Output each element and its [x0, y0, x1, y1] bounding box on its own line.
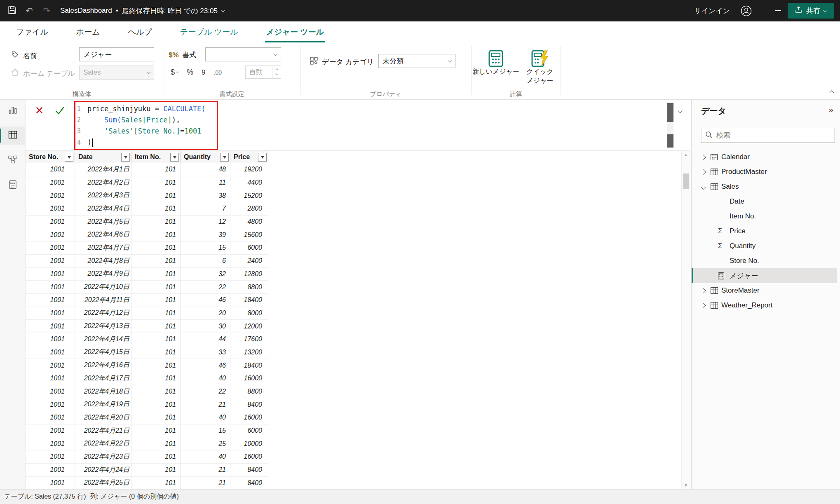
table-cell[interactable]: 8400 [230, 477, 268, 490]
column-header-item-no[interactable]: Item No. [131, 151, 181, 163]
table-cell[interactable]: 8800 [230, 281, 268, 294]
table-cell[interactable]: 2022年4月20日 [75, 411, 131, 424]
table-cell[interactable]: 2022年4月22日 [75, 437, 131, 450]
table-cell[interactable]: 8400 [230, 464, 268, 477]
table-cell[interactable]: 1001 [26, 228, 75, 241]
scrollbar-thumb[interactable] [683, 173, 689, 189]
table-cell[interactable]: 38 [181, 189, 230, 202]
table-cell[interactable]: 101 [131, 372, 181, 385]
minimize-button[interactable] [766, 0, 791, 21]
percent-format-button[interactable]: % [187, 68, 193, 77]
field-item-item[interactable]: メジャー [692, 268, 837, 283]
table-cell[interactable]: 2022年4月2日 [75, 176, 131, 190]
table-cell[interactable]: 2022年4月16日 [75, 359, 131, 372]
table-cell[interactable]: 1001 [26, 189, 75, 202]
table-cell[interactable]: 1001 [26, 437, 75, 450]
table-cell[interactable]: 30 [181, 320, 230, 333]
table-cell[interactable]: 40 [181, 372, 230, 385]
table-cell[interactable]: 1001 [26, 346, 75, 359]
field-item-sales[interactable]: Sales [692, 179, 837, 194]
tab-file[interactable]: ファイル [15, 21, 49, 42]
table-cell[interactable]: 101 [131, 216, 181, 229]
table-cell[interactable]: 101 [131, 255, 181, 268]
column-header-date[interactable]: Date [75, 151, 131, 163]
table-cell[interactable]: 2022年4月8日 [75, 255, 131, 268]
new-measure-button[interactable]: 新しいメジャー [472, 45, 520, 76]
table-cell[interactable]: 101 [131, 398, 181, 411]
table-cell[interactable]: 2022年4月18日 [75, 385, 131, 399]
scroll-down-icon[interactable]: ▼ [682, 483, 690, 488]
table-vertical-scrollbar[interactable]: ▲ ▼ [681, 151, 690, 489]
chevron-down-icon[interactable] [701, 184, 706, 190]
field-item-weather-report[interactable]: Weather_Report [692, 298, 837, 313]
tab-table-tools[interactable]: テーブル ツール [179, 21, 239, 42]
format-select[interactable] [205, 47, 281, 61]
share-button[interactable]: 共有 [788, 3, 834, 19]
table-cell[interactable]: 101 [131, 359, 181, 372]
table-cell[interactable]: 1001 [26, 464, 75, 477]
table-cell[interactable]: 101 [131, 241, 181, 255]
table-cell[interactable]: 101 [131, 281, 181, 294]
table-cell[interactable]: 101 [131, 464, 181, 477]
table-cell[interactable]: 39 [181, 228, 230, 241]
chevron-right-icon[interactable] [701, 169, 706, 175]
table-cell[interactable]: 2022年4月13日 [75, 320, 131, 333]
search-box[interactable] [701, 128, 835, 143]
table-cell[interactable]: 10000 [230, 437, 268, 450]
scroll-up-icon[interactable]: ▲ [682, 152, 690, 157]
table-cell[interactable]: 1001 [26, 216, 75, 229]
undo-button[interactable]: ↶ [21, 0, 38, 21]
save-button[interactable] [3, 0, 21, 21]
table-cell[interactable]: 1001 [26, 255, 75, 268]
field-item-price[interactable]: ΣPrice [692, 224, 837, 239]
table-cell[interactable]: 12800 [230, 268, 268, 281]
field-item-calendar[interactable]: Calendar [692, 150, 837, 164]
table-cell[interactable]: 17600 [230, 333, 268, 346]
table-cell[interactable]: 101 [131, 385, 181, 399]
column-filter-button[interactable] [121, 153, 130, 162]
table-cell[interactable]: 1001 [26, 281, 75, 294]
table-cell[interactable]: 2022年4月7日 [75, 241, 131, 255]
home-table-select[interactable]: Sales [79, 66, 154, 80]
table-cell[interactable]: 2022年4月12日 [75, 307, 131, 320]
decimal-places-button[interactable]: .00 [214, 69, 222, 76]
tab-home[interactable]: ホーム [75, 21, 101, 42]
table-cell[interactable]: 101 [131, 477, 181, 490]
table-cell[interactable]: 44 [181, 333, 230, 346]
table-cell[interactable]: 101 [131, 424, 181, 438]
table-cell[interactable]: 2022年4月24日 [75, 464, 131, 477]
spinner-buttons[interactable] [272, 66, 281, 78]
table-cell[interactable]: 16000 [230, 411, 268, 424]
table-cell[interactable]: 8000 [230, 307, 268, 320]
table-cell[interactable]: 22 [181, 385, 230, 399]
table-cell[interactable]: 12 [181, 216, 230, 229]
table-cell[interactable]: 101 [131, 333, 181, 346]
tab-measure-tools[interactable]: メジャー ツール [265, 21, 326, 42]
table-cell[interactable]: 101 [131, 307, 181, 320]
table-cell[interactable]: 2022年4月11日 [75, 294, 131, 307]
table-cell[interactable]: 2022年4月5日 [75, 216, 131, 229]
table-cell[interactable]: 46 [181, 359, 230, 372]
table-cell[interactable]: 2022年4月6日 [75, 228, 131, 241]
decimal-auto-spinner[interactable]: 自動 [245, 66, 281, 79]
table-cell[interactable]: 101 [131, 176, 181, 190]
commit-changes-button[interactable] [54, 105, 65, 117]
table-cell[interactable]: 101 [131, 346, 181, 359]
table-cell[interactable]: 101 [131, 411, 181, 424]
table-cell[interactable]: 32 [181, 268, 230, 281]
table-cell[interactable]: 101 [131, 189, 181, 202]
table-cell[interactable]: 1001 [26, 268, 75, 281]
column-filter-button[interactable] [258, 153, 267, 162]
table-cell[interactable]: 1001 [26, 163, 75, 176]
table-cell[interactable]: 2022年4月15日 [75, 346, 131, 359]
table-cell[interactable]: 33 [181, 346, 230, 359]
table-cell[interactable]: 2022年4月23日 [75, 450, 131, 464]
field-item-quantity[interactable]: ΣQuantity [692, 239, 837, 253]
field-item-store-no[interactable]: Store No. [692, 253, 837, 268]
data-category-select[interactable]: 未分類 [378, 54, 455, 68]
collapse-pane-icon[interactable]: » [828, 105, 833, 115]
table-cell[interactable]: 6000 [230, 241, 268, 255]
table-cell[interactable]: 1001 [26, 385, 75, 399]
table-cell[interactable]: 25 [181, 437, 230, 450]
formula-expand-button[interactable] [678, 108, 682, 113]
